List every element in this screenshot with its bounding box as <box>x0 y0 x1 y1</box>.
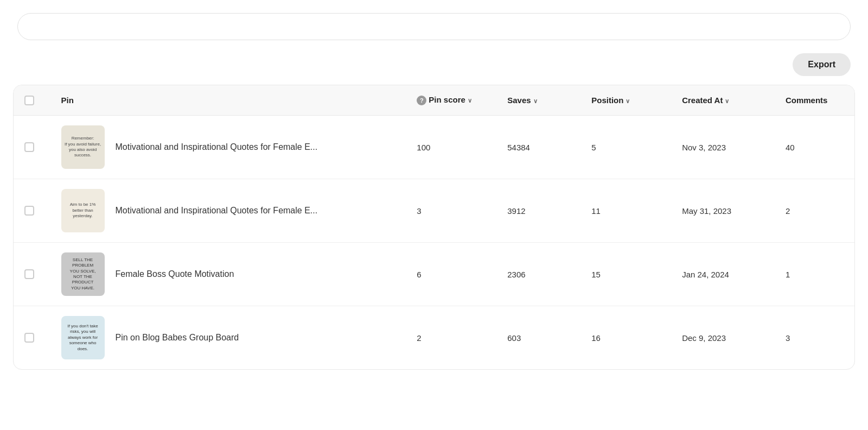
row-checkbox-cell <box>14 306 53 370</box>
col-created-at-label: Created At <box>682 96 723 105</box>
row-saves-2: 3912 <box>499 179 583 243</box>
row-comments-2: 2 <box>777 179 854 243</box>
row-score-1: 100 <box>408 116 499 179</box>
row-position-1: 5 <box>583 116 673 179</box>
row-saves-4: 603 <box>499 306 583 370</box>
pin-thumbnail-3: SELL THEPROBLEMYOU SOLVE,NOT THEPRODUCTY… <box>61 252 105 296</box>
row-checkbox-3[interactable] <box>24 269 34 279</box>
row-pin-cell: Aim to be 1%better thanyesterday. Motiva… <box>53 179 409 243</box>
row-position-3: 15 <box>583 243 673 306</box>
col-pin-label: Pin <box>61 96 74 105</box>
pin-thumbnail-4: If you don't take risks, you will always… <box>61 316 105 359</box>
pin-thumbnail-1: Remember:If you avoid failure,you also a… <box>61 125 105 169</box>
score-sort-icon: ∨ <box>468 97 472 104</box>
col-header-position[interactable]: Position∨ <box>583 85 673 116</box>
table-row: If you don't take risks, you will always… <box>14 306 854 370</box>
row-created-at-1: Nov 3, 2023 <box>673 116 777 179</box>
table-row: Remember:If you avoid failure,you also a… <box>14 116 854 179</box>
export-button[interactable]: Export <box>793 53 851 76</box>
created-sort-icon: ∨ <box>725 98 729 105</box>
table-body: Remember:If you avoid failure,you also a… <box>14 116 854 370</box>
row-comments-4: 3 <box>777 306 854 370</box>
col-header-checkbox <box>14 85 53 116</box>
row-checkbox-1[interactable] <box>24 142 34 152</box>
saves-sort-icon: ∨ <box>533 98 538 105</box>
row-pin-cell: Remember:If you avoid failure,you also a… <box>53 116 409 179</box>
pin-title-3: Female Boss Quote Motivation <box>116 269 234 279</box>
pin-title-1: Motivational and Inspirational Quotes fo… <box>116 142 318 152</box>
row-checkbox-cell <box>14 179 53 243</box>
select-all-checkbox[interactable] <box>24 96 34 105</box>
col-header-score[interactable]: ?Pin score∨ <box>408 85 499 116</box>
col-position-label: Position <box>591 96 623 105</box>
col-score-label: Pin score <box>429 95 465 104</box>
pins-table-container: Pin ?Pin score∨ Saves∨ Position∨ Created… <box>13 85 855 370</box>
row-score-4: 2 <box>408 306 499 370</box>
table-header-row: Pin ?Pin score∨ Saves∨ Position∨ Created… <box>14 85 854 116</box>
row-created-at-3: Jan 24, 2024 <box>673 243 777 306</box>
pin-title-4: Pin on Blog Babes Group Board <box>116 333 239 343</box>
row-created-at-4: Dec 9, 2023 <box>673 306 777 370</box>
search-bar-container: quotes for female entrepreneurs <box>0 0 868 49</box>
col-saves-label: Saves <box>507 96 531 105</box>
col-header-comments: Comments <box>777 85 854 116</box>
row-checkbox-cell <box>14 116 53 179</box>
col-header-pin: Pin <box>53 85 409 116</box>
toolbar: Export <box>0 49 868 85</box>
row-checkbox-cell <box>14 243 53 306</box>
row-score-3: 6 <box>408 243 499 306</box>
row-saves-1: 54384 <box>499 116 583 179</box>
col-header-created-at[interactable]: Created At∨ <box>673 85 777 116</box>
table-row: SELL THEPROBLEMYOU SOLVE,NOT THEPRODUCTY… <box>14 243 854 306</box>
row-saves-3: 2306 <box>499 243 583 306</box>
position-sort-icon: ∨ <box>626 98 630 105</box>
table-row: Aim to be 1%better thanyesterday. Motiva… <box>14 179 854 243</box>
pin-thumbnail-2: Aim to be 1%better thanyesterday. <box>61 189 105 232</box>
row-checkbox-2[interactable] <box>24 206 34 216</box>
row-comments-3: 1 <box>777 243 854 306</box>
row-checkbox-4[interactable] <box>24 333 34 343</box>
row-score-2: 3 <box>408 179 499 243</box>
pins-table: Pin ?Pin score∨ Saves∨ Position∨ Created… <box>14 85 854 369</box>
pin-title-2: Motivational and Inspirational Quotes fo… <box>116 206 318 216</box>
row-comments-1: 40 <box>777 116 854 179</box>
col-comments-label: Comments <box>786 96 828 105</box>
row-position-4: 16 <box>583 306 673 370</box>
row-position-2: 11 <box>583 179 673 243</box>
col-header-saves[interactable]: Saves∨ <box>499 85 583 116</box>
row-pin-cell: If you don't take risks, you will always… <box>53 306 409 370</box>
row-created-at-2: May 31, 2023 <box>673 179 777 243</box>
row-pin-cell: SELL THEPROBLEMYOU SOLVE,NOT THEPRODUCTY… <box>53 243 409 306</box>
search-input[interactable]: quotes for female entrepreneurs <box>17 13 851 40</box>
pin-score-help-icon[interactable]: ? <box>417 96 426 105</box>
